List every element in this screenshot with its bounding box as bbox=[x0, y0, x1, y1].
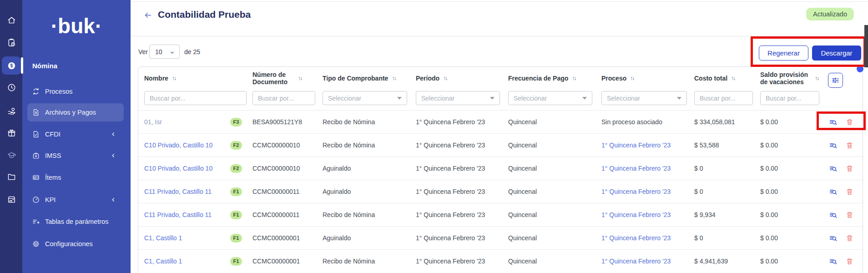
cell-periodo: 1° Quincena Febrero '23 bbox=[410, 111, 502, 133]
proceso-link[interactable]: 1° Quincena Febrero '23 bbox=[601, 188, 671, 195]
cell-documento: CCMC00000011 bbox=[247, 180, 317, 203]
proceso-link[interactable]: 1° Quincena Febrero '23 bbox=[601, 142, 671, 149]
hand-heart-icon[interactable] bbox=[4, 103, 19, 118]
sort-icon[interactable]: ↑↓ bbox=[815, 75, 818, 81]
cell-nombre: C1, Castillo 1 F1 bbox=[138, 227, 247, 249]
filter-input[interactable]: Buscar por... bbox=[694, 91, 753, 105]
view-detail-button[interactable] bbox=[829, 164, 838, 173]
sidebar-item-cfdi[interactable]: CFDI bbox=[27, 125, 124, 143]
list-plus-icon bbox=[32, 217, 40, 226]
delete-button[interactable] bbox=[846, 142, 853, 149]
nombre-link[interactable]: C11 Privado, Castillo 11 bbox=[144, 211, 212, 218]
filter-select[interactable]: Seleccionar bbox=[601, 91, 687, 105]
nombre-link[interactable]: C10 Privado, Castillo 10 bbox=[144, 142, 212, 149]
sidebar-item-configuraciones[interactable]: Configuraciones bbox=[27, 235, 124, 253]
cell-periodo: 1° Quincena Febrero '23 bbox=[410, 157, 502, 180]
delete-button[interactable] bbox=[846, 211, 853, 219]
filter-cell: Buscar por... bbox=[688, 90, 754, 110]
delete-button[interactable] bbox=[846, 258, 853, 265]
sidebar-item-archivos-y-pagos[interactable]: $ Archivos y Pagos bbox=[27, 103, 124, 121]
column-header: Nombre ↑↓ bbox=[138, 67, 247, 90]
sidebar-item-label: KPI bbox=[45, 196, 56, 203]
view-detail-button[interactable] bbox=[829, 187, 838, 196]
column-header: Período ↑↓ bbox=[410, 67, 502, 90]
filter-input[interactable]: Buscar por... bbox=[144, 91, 247, 105]
view-detail-button[interactable] bbox=[829, 234, 838, 243]
folio-badge: F3 bbox=[230, 118, 242, 126]
delete-button[interactable] bbox=[846, 165, 853, 172]
sort-icon[interactable]: ↑↓ bbox=[572, 75, 575, 81]
filter-cell: Seleccionar bbox=[410, 90, 502, 110]
column-settings-button[interactable] bbox=[828, 73, 843, 88]
sort-icon[interactable]: ↑↓ bbox=[731, 75, 735, 81]
page-size-select[interactable]: 10 bbox=[149, 45, 180, 59]
proceso-link[interactable]: 1° Quincena Febrero '23 bbox=[601, 165, 671, 172]
filter-input[interactable]: Buscar por... bbox=[252, 91, 315, 105]
filter-input[interactable]: Buscar por... bbox=[760, 91, 819, 105]
proceso-link[interactable]: 1° Quincena Febrero '23 bbox=[601, 211, 671, 218]
nombre-link[interactable]: C11 Privado, Castillo 11 bbox=[144, 188, 212, 195]
column-header: Frecuencia de Pago ↑↓ bbox=[502, 67, 595, 90]
sort-icon[interactable]: ↑↓ bbox=[630, 75, 634, 81]
column-label: Costo total bbox=[694, 75, 727, 82]
sidebar-item-imss[interactable]: IMSS bbox=[27, 147, 124, 165]
filter-cell: Buscar por... bbox=[754, 90, 815, 110]
topbar: Contabilidad Prueba Actualizado bbox=[131, 0, 868, 36]
nombre-link[interactable]: C1, Castillo 1 bbox=[144, 258, 182, 265]
column-header: Saldo provisión de vacaciones ↑↓ bbox=[754, 67, 815, 90]
filter-select[interactable]: Seleccionar bbox=[416, 91, 500, 105]
storefront-icon[interactable] bbox=[4, 192, 19, 207]
cell-proceso: 1° Quincena Febrero '23 bbox=[595, 134, 688, 157]
clock-icon[interactable] bbox=[4, 80, 19, 95]
filter-select[interactable]: Seleccionar bbox=[323, 91, 407, 105]
sidebar-item-procesos[interactable]: Procesos bbox=[27, 82, 124, 101]
sidebar-item--tems[interactable]: Ítems bbox=[27, 168, 124, 187]
gift-icon[interactable] bbox=[4, 125, 19, 141]
cell-tipo: Recibo de Nómina bbox=[317, 203, 410, 226]
filter-placeholder: Seleccionar bbox=[607, 95, 640, 102]
sort-icon[interactable]: ↑↓ bbox=[392, 75, 395, 81]
clipboard-clock-icon[interactable] bbox=[4, 35, 19, 50]
cell-tipo: Recibo de Nómina bbox=[317, 250, 410, 273]
back-arrow-button[interactable] bbox=[144, 11, 152, 20]
cell-frecuencia: Quincenal bbox=[502, 111, 595, 133]
home-icon[interactable] bbox=[4, 12, 19, 28]
cell-actions bbox=[815, 180, 863, 203]
sidebar-item-kpi[interactable]: KPI bbox=[27, 191, 124, 209]
view-detail-button[interactable] bbox=[829, 211, 838, 219]
filter-cell: Seleccionar bbox=[317, 90, 410, 110]
nombre-link[interactable]: C10 Privado, Castillo 10 bbox=[144, 165, 212, 172]
sidebar-item-tablas-de-par-metros[interactable]: Tablas de parámetros bbox=[27, 212, 124, 231]
graduation-cap-icon[interactable] bbox=[4, 147, 19, 163]
scrollbar-thumb[interactable] bbox=[864, 25, 868, 67]
cell-tipo: Recibo de Nómina bbox=[317, 111, 410, 133]
delete-button[interactable] bbox=[846, 188, 853, 196]
column-header: Proceso ↑↓ bbox=[595, 67, 688, 90]
dollar-icon[interactable]: $ bbox=[2, 56, 21, 75]
cell-actions bbox=[815, 250, 863, 273]
sort-icon[interactable]: ↑↓ bbox=[298, 75, 302, 81]
column-label: Tipo de Comprobante bbox=[323, 75, 388, 82]
column-header: Costo total ↑↓ bbox=[688, 67, 754, 90]
cell-tipo: Recibo de Nómina bbox=[317, 134, 410, 157]
nombre-link[interactable]: C1, Castillo 1 bbox=[144, 234, 182, 242]
cell-saldo: $ 0.00 bbox=[754, 134, 815, 157]
proceso-link[interactable]: 1° Quincena Febrero '23 bbox=[601, 234, 671, 242]
view-detail-button[interactable] bbox=[829, 257, 838, 266]
caret-down-icon bbox=[490, 97, 495, 100]
briefcase-plus-icon bbox=[32, 152, 40, 160]
folio-badge: F1 bbox=[230, 257, 242, 266]
cell-costo: $ 9,934 bbox=[688, 203, 754, 226]
cell-proceso: 1° Quincena Febrero '23 bbox=[595, 180, 688, 203]
cell-actions bbox=[815, 227, 863, 249]
folder-icon[interactable] bbox=[4, 169, 19, 184]
sort-icon[interactable]: ↑↓ bbox=[172, 75, 176, 81]
cell-saldo: $ 0.00 bbox=[754, 227, 815, 249]
sort-icon[interactable]: ↑↓ bbox=[443, 75, 447, 81]
proceso-link[interactable]: 1° Quincena Febrero '23 bbox=[601, 258, 671, 265]
cell-periodo: 1° Quincena Febrero '23 bbox=[410, 180, 502, 203]
filter-select[interactable]: Seleccionar bbox=[508, 91, 592, 105]
delete-button[interactable] bbox=[846, 234, 853, 242]
view-detail-button[interactable] bbox=[829, 141, 838, 150]
filter-placeholder: Buscar por... bbox=[258, 95, 294, 102]
